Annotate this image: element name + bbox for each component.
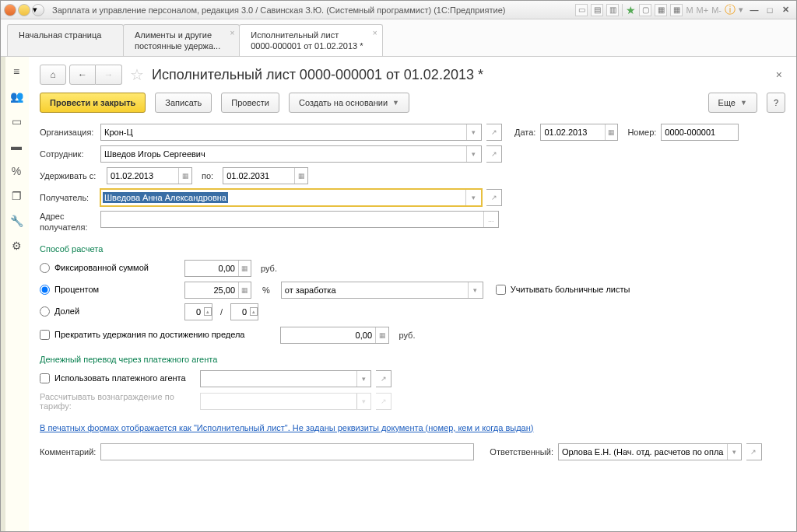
info-icon[interactable]: ⓘ: [725, 3, 736, 17]
employee-input[interactable]: ▾: [100, 145, 482, 163]
post-and-close-button[interactable]: Провести и закрыть: [40, 93, 146, 113]
titlebar: ▾ Зарплата и управление персоналом, реда…: [1, 1, 796, 19]
date-from-input[interactable]: ▦: [107, 167, 192, 184]
calc-icon[interactable]: ▦: [238, 261, 251, 276]
back-button[interactable]: ←: [69, 65, 96, 85]
stop-limit-checkbox[interactable]: Прекратить удержания по достижению преде…: [40, 330, 244, 341]
open-employee-button[interactable]: ↗: [486, 145, 502, 163]
to-label: по:: [202, 171, 213, 180]
toolbar-icon-3[interactable]: ▥: [606, 4, 619, 16]
write-button[interactable]: Записать: [155, 93, 212, 113]
minimize-button[interactable]: —: [746, 4, 762, 16]
cal-icon[interactable]: ▦: [670, 4, 683, 16]
close-page-button[interactable]: ×: [773, 65, 785, 84]
calc-icon[interactable]: ▦: [375, 327, 388, 343]
date-input[interactable]: ▦: [540, 124, 618, 141]
dropdown-icon[interactable]: ▾: [468, 282, 483, 298]
share-den-input[interactable]: ▴: [230, 303, 258, 320]
withhold-from-label: Удерживать с:: [40, 171, 102, 180]
card-icon[interactable]: ▭: [9, 114, 23, 128]
app-icon: [18, 4, 30, 16]
recipient-addr-input[interactable]: ...: [100, 211, 499, 228]
fixed-radio[interactable]: Фиксированной суммой: [40, 263, 180, 274]
post-button[interactable]: Провести: [221, 93, 279, 113]
dropdown-icon[interactable]: ▾: [727, 444, 741, 460]
employee-label: Сотрудник:: [40, 149, 96, 159]
dropdown-icon[interactable]: ▾: [466, 146, 481, 162]
percent-base-select[interactable]: ▾: [281, 282, 483, 299]
calc-icon[interactable]: ▦: [238, 282, 251, 298]
tabbar: Начальная страница Алименты и другие пос…: [1, 19, 796, 57]
mminus-icon[interactable]: M-: [711, 5, 722, 15]
open-fee-button: ↗: [376, 393, 391, 410]
limit-input[interactable]: ▦: [280, 327, 389, 344]
toolbar-icon-1[interactable]: ▭: [575, 4, 588, 16]
responsible-input[interactable]: ▾: [558, 443, 742, 460]
percent-input[interactable]: ▦: [184, 282, 251, 299]
share-radio[interactable]: Долей: [40, 306, 180, 317]
calendar-icon[interactable]: ▦: [178, 168, 191, 184]
dropdown-icon[interactable]: ▾: [356, 371, 370, 387]
dropdown-icon[interactable]: ▾: [32, 4, 44, 16]
organization-label: Организация:: [40, 128, 96, 137]
recipient-input[interactable]: Шведова Анна Александровна ▾: [100, 189, 482, 206]
use-agent-checkbox[interactable]: Использовать платежного агента: [40, 373, 195, 384]
fixed-amount-input[interactable]: ▦: [184, 260, 251, 277]
window-title: Зарплата и управление персоналом, редакц…: [52, 5, 505, 15]
comment-label: Комментарий:: [40, 447, 96, 457]
tab-execution-list[interactable]: Исполнительный лист 0000-000001 от 01.02…: [239, 24, 382, 56]
favorite-icon[interactable]: ★: [626, 4, 636, 16]
toolbar-icon-2[interactable]: ▤: [591, 4, 603, 16]
tab-home[interactable]: Начальная страница: [7, 24, 124, 56]
calendar-icon[interactable]: ▦: [294, 168, 307, 184]
forward-button[interactable]: →: [96, 65, 122, 85]
calc-icon[interactable]: ▦: [655, 4, 667, 16]
agent-fee-select: ▾: [200, 393, 371, 410]
number-input[interactable]: [661, 124, 739, 141]
dots-icon[interactable]: ...: [483, 212, 498, 227]
open-responsible-button[interactable]: ↗: [746, 443, 762, 460]
maximize-button[interactable]: □: [762, 4, 778, 16]
recipient-label: Получатель:: [40, 193, 96, 202]
more-button[interactable]: Еще▼: [708, 93, 757, 113]
copy-icon[interactable]: ❐: [9, 189, 23, 203]
dropdown-icon[interactable]: ▾: [466, 124, 481, 140]
calc-method-header: Способ расчета: [40, 244, 785, 254]
star-button[interactable]: ☆: [127, 65, 147, 85]
gear-icon[interactable]: ⚙: [9, 239, 23, 253]
recipient-addr-label: Адрес получателя:: [40, 211, 96, 233]
print-forms-link[interactable]: В печатных формах отображается как "Испо…: [40, 423, 533, 432]
home-button[interactable]: ⌂: [40, 65, 66, 85]
m-icon[interactable]: M: [686, 5, 693, 15]
open-recipient-button[interactable]: ↗: [486, 189, 502, 206]
page-title: Исполнительный лист 0000-000001 от 01.02…: [152, 67, 483, 83]
toolbar-icon-4[interactable]: ▢: [639, 4, 651, 16]
percent-icon[interactable]: %: [9, 164, 23, 178]
agent-select[interactable]: ▾: [200, 370, 371, 387]
share-num-input[interactable]: ▴: [184, 303, 212, 320]
date-to-input[interactable]: ▦: [223, 167, 308, 184]
logo-icon: [4, 4, 16, 16]
comment-input[interactable]: [100, 443, 474, 460]
close-icon[interactable]: ×: [373, 28, 377, 38]
people-icon[interactable]: 👥: [9, 89, 23, 103]
calendar-icon[interactable]: ▦: [605, 124, 618, 140]
tab-alimony[interactable]: Алименты и другие постоянные удержа... ×: [123, 24, 240, 56]
open-org-button[interactable]: ↗: [486, 124, 502, 141]
include-sick-checkbox[interactable]: Учитывать больничные листы: [496, 285, 630, 296]
dropdown-icon[interactable]: ▾: [465, 190, 481, 205]
percent-radio[interactable]: Процентом: [40, 285, 180, 296]
wallet-icon[interactable]: ▬: [9, 139, 23, 153]
number-label: Номер:: [627, 128, 656, 137]
menu-icon[interactable]: ≡: [9, 65, 23, 79]
mplus-icon[interactable]: M+: [697, 5, 709, 15]
close-icon[interactable]: ×: [230, 28, 234, 38]
agent-fee-label: Рассчитывать вознаграждение по тарифу:: [40, 392, 195, 411]
help-button[interactable]: ?: [767, 93, 785, 113]
wrench-icon[interactable]: 🔧: [9, 214, 23, 228]
open-agent-button[interactable]: ↗: [376, 370, 391, 387]
close-button[interactable]: ✕: [778, 4, 793, 16]
organization-input[interactable]: ▾: [100, 124, 482, 141]
dropdown-icon: ▾: [356, 394, 370, 409]
create-from-button[interactable]: Создать на основании▼: [289, 93, 409, 113]
